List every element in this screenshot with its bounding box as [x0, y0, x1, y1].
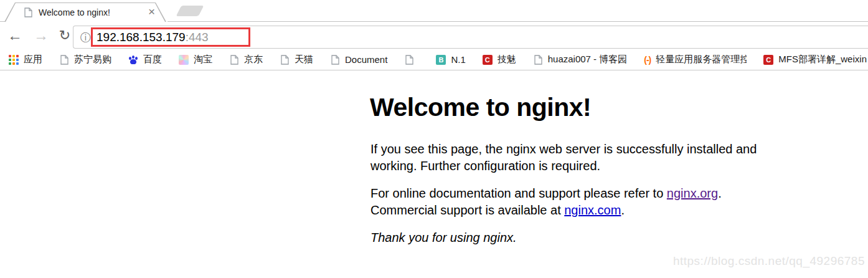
- forward-button-icon: →: [31, 22, 51, 49]
- support-text-3: Commercial support is available at: [370, 203, 564, 217]
- aliyun-console-icon: (-): [644, 55, 651, 65]
- page-icon: [280, 55, 290, 65]
- support-paragraph: For online documentation and support ple…: [370, 185, 786, 218]
- tab-close-icon[interactable]: ×: [148, 5, 155, 19]
- bookmark-tmall[interactable]: 天猫: [280, 54, 313, 65]
- bookmark-n1[interactable]: B N.1: [436, 54, 465, 65]
- support-text-4: .: [621, 203, 625, 217]
- support-text-2: .: [718, 186, 722, 200]
- page-favicon-icon: [23, 7, 33, 17]
- bookmark-untitled[interactable]: [404, 55, 419, 65]
- closing-line: Thank you for using nginx.: [370, 229, 786, 246]
- url-text[interactable]: 192.168.153.179:443: [97, 31, 209, 44]
- page-title: Welcome to nginx!: [370, 93, 591, 122]
- bookmark-jd[interactable]: 京东: [229, 54, 263, 65]
- csdn-c-icon: C: [483, 55, 493, 65]
- address-bar[interactable]: ⓘ 192.168.153.179:443: [73, 26, 868, 49]
- bookmark-lightweight-server-console[interactable]: (-) 轻量应用服务器管理控: [644, 54, 747, 65]
- page-icon: [59, 55, 69, 65]
- bookmarks-bar: 应用 苏宁易购 百度 淘宝 京东 天猫 Document: [0, 49, 868, 70]
- csdn-c-icon: C: [763, 55, 773, 65]
- page-icon: [330, 55, 340, 65]
- bookmark-mfs-deploy[interactable]: C MFS部署详解_weixin: [763, 54, 867, 65]
- bookmark-document[interactable]: Document: [330, 54, 387, 65]
- page-icon: [229, 55, 239, 65]
- reload-button-icon[interactable]: ↻: [55, 22, 75, 49]
- back-button-icon[interactable]: ←: [5, 22, 25, 49]
- url-host: 192.168.153.179: [97, 31, 186, 44]
- apps-grid-icon: [9, 55, 19, 65]
- tab-title: Welcome to nginx!: [39, 7, 110, 17]
- bookmark-jimei[interactable]: C 技魅: [483, 54, 516, 65]
- bookmark-baidu[interactable]: 百度: [128, 54, 162, 65]
- tab-strip: Welcome to nginx! ×: [0, 0, 868, 22]
- tabstrip-border-right: [167, 21, 868, 22]
- url-port: :443: [186, 31, 209, 44]
- nginx-com-link[interactable]: nginx.com: [564, 203, 621, 217]
- b-letter-icon: B: [436, 55, 446, 65]
- support-text-1: For online documentation and support ple…: [370, 186, 667, 200]
- page-icon: [533, 55, 543, 65]
- bookmark-huazai007[interactable]: huazai007 - 博客园: [533, 54, 628, 65]
- browser-window: Welcome to nginx! × ← → ↻ ⓘ 192.168.153.…: [0, 0, 868, 278]
- baidu-paw-icon: [128, 55, 138, 65]
- page-content: Welcome to nginx! If you see this page, …: [0, 70, 868, 278]
- browser-toolbar: ← → ↻ ⓘ 192.168.153.179:443: [0, 22, 868, 49]
- active-tab[interactable]: Welcome to nginx! ×: [4, 2, 166, 22]
- page-info-icon[interactable]: ⓘ: [80, 31, 91, 45]
- bookmark-apps[interactable]: 应用: [9, 54, 42, 65]
- csdn-watermark: https://blog.csdn.net/qq_49296785: [673, 254, 865, 268]
- intro-paragraph: If you see this page, the nginx web serv…: [370, 141, 786, 174]
- new-tab-button[interactable]: [176, 6, 204, 16]
- bookmark-suning[interactable]: 苏宁易购: [59, 54, 111, 65]
- bookmark-taobao[interactable]: 淘宝: [179, 54, 212, 65]
- page-icon: [404, 55, 414, 65]
- taobao-icon: [179, 55, 189, 65]
- nginx-org-link[interactable]: nginx.org: [667, 186, 718, 200]
